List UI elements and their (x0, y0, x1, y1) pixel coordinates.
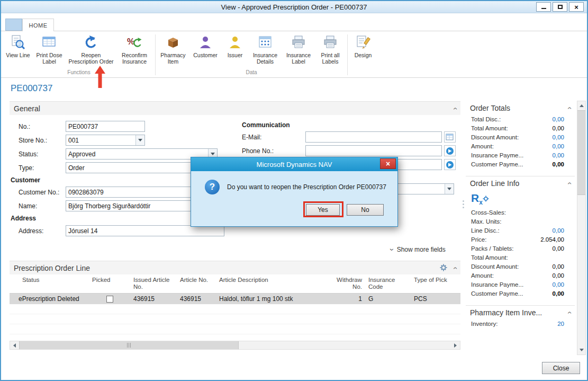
dialog-titlebar: Microsoft Dynamics NAV × (191, 157, 397, 171)
drilldown-value[interactable]: 0,00 (553, 116, 564, 122)
rx-icon: Rx (466, 190, 575, 208)
phone-no-field[interactable] (305, 145, 442, 156)
email-lookup-icon (446, 134, 454, 141)
column-header-type-of-pick[interactable]: Type of Pick (411, 276, 460, 293)
picked-checkbox[interactable] (106, 296, 113, 303)
cell-article-no: 436915 (177, 295, 216, 303)
insurance-label-button[interactable]: Insurance Label (282, 32, 315, 67)
reopen-prescription-order-button[interactable]: Reopen Prescription Order (67, 32, 115, 67)
scroll-down-button[interactable] (577, 345, 585, 355)
store-no-dropdown-arrow-icon[interactable] (135, 135, 144, 145)
empty-grid-row (10, 304, 460, 314)
customer-label: Customer (193, 52, 218, 58)
dialog-close-button[interactable]: × (380, 158, 396, 169)
drilldown-value[interactable]: 0,00 (553, 281, 564, 288)
annotation-arrow (95, 66, 105, 88)
view-line-button[interactable]: View Line (4, 32, 32, 60)
collapse-order-line-icon[interactable]: › (451, 267, 459, 269)
no-button[interactable]: No (347, 204, 384, 216)
cell-insurance-code: G (365, 295, 411, 303)
communication-assist-button-3[interactable] (444, 159, 456, 170)
insurance-details-icon (257, 34, 274, 50)
print-dose-label-button[interactable]: Print Dose Label (32, 32, 67, 67)
fasttab-order-line-header[interactable]: Prescription Order Line › (10, 261, 460, 274)
collapse-pharmacy-item-icon[interactable]: › (565, 312, 574, 314)
maximize-icon (558, 5, 563, 9)
drilldown-value[interactable]: 0,00 (553, 143, 564, 149)
reconfirm-insurance-button[interactable]: % Reconfirm Insurance (115, 32, 153, 67)
address-field[interactable] (66, 225, 224, 236)
close-icon: × (574, 4, 578, 11)
close-button[interactable]: Close (542, 362, 580, 374)
factbox-item: Line Disc.:0,00 (466, 226, 575, 235)
minimize-button[interactable] (536, 2, 551, 12)
ribbon-group-label-functions: Functions (4, 69, 153, 77)
drilldown-value[interactable]: 0,00 (553, 152, 564, 158)
show-more-fields-link[interactable]: › Show more fields (391, 245, 446, 254)
column-header-article-description[interactable]: Article Description (216, 276, 329, 293)
ribbon-separator (347, 34, 348, 75)
dialog-message: Do you want to reopen the Prescription O… (227, 180, 386, 191)
drilldown-value[interactable]: 0,00 (553, 134, 564, 140)
factbox-pharmacy-item-header[interactable]: Pharmacy Item Inve... › (466, 305, 575, 319)
factbox-order-line-info-header[interactable]: Order Line Info › (466, 176, 575, 190)
collapse-order-totals-icon[interactable]: › (565, 107, 574, 109)
collapse-general-icon[interactable]: › (451, 107, 459, 110)
email-assist-button[interactable] (444, 131, 456, 143)
store-no-dropdown[interactable]: 001 (66, 135, 145, 146)
vertical-scroll-thumb[interactable] (577, 110, 585, 195)
column-header-issued-article-no[interactable]: Issued Article No. (130, 276, 177, 293)
column-header-status[interactable]: Status (10, 276, 89, 293)
application-menu-button[interactable] (5, 19, 22, 31)
print-all-labels-button[interactable]: Print all Labels (315, 32, 346, 67)
factbox-pane: Order Totals › Total Disc.:0,00 Total Am… (466, 101, 575, 328)
factbox-item: Price:2.054,00 (466, 235, 575, 244)
drilldown-value[interactable]: 20 (557, 321, 564, 327)
factbox-order-totals-header[interactable]: Order Totals › (466, 101, 575, 114)
print-dose-label-icon (41, 34, 58, 50)
fasttab-general-header[interactable]: General › (10, 101, 460, 115)
phone-assist-button[interactable] (444, 145, 456, 156)
ribbon-tab-row: HOME (1, 13, 587, 31)
no-field[interactable] (66, 121, 145, 132)
column-header-picked[interactable]: Picked (89, 276, 130, 293)
email-field[interactable] (305, 131, 442, 143)
factbox-splitter[interactable] (462, 198, 465, 210)
design-button[interactable]: Design (349, 32, 377, 60)
column-header-article-no[interactable]: Article No. (177, 276, 216, 293)
yes-button[interactable]: Yes (306, 204, 340, 216)
column-header-insurance-code[interactable]: Insurance Code (365, 276, 411, 293)
horizontal-scroll-thumb[interactable] (19, 341, 239, 349)
question-icon: ? (205, 180, 220, 194)
communication-group-label: Communication (242, 121, 290, 129)
svg-text:%: % (127, 37, 134, 46)
maximize-button[interactable] (553, 2, 567, 12)
pharmacy-item-button[interactable]: Pharmacy Item (157, 32, 189, 67)
factbox-item: Amount:0,00 (466, 271, 575, 280)
issuer-button[interactable]: Issuer (222, 32, 248, 60)
scroll-right-button[interactable] (451, 341, 460, 349)
factbox-item: Insurance Payme...0,00 (466, 150, 575, 160)
customer-button[interactable]: Customer (189, 32, 222, 60)
dropdown-arrow-icon[interactable] (445, 184, 454, 194)
scroll-left-button[interactable] (10, 341, 19, 349)
no-label: No.: (19, 121, 30, 132)
scroll-up-button[interactable] (577, 101, 585, 110)
insurance-details-button[interactable]: Insurance Details (248, 32, 282, 67)
vertical-scrollbar[interactable] (577, 101, 586, 355)
insurance-label-label: Insurance Label (283, 52, 314, 65)
window-titlebar: View - Approved Prescription Order - PE0… (1, 1, 587, 13)
column-header-withdraw-no[interactable]: Withdraw No. (329, 276, 365, 293)
reconfirm-insurance-icon: % (126, 34, 143, 50)
fasttab-general-caption: General (14, 104, 40, 113)
factbox-item: Customer Payme...0,00 (466, 160, 575, 169)
horizontal-scrollbar[interactable] (10, 341, 460, 350)
table-row[interactable]: ePrescription Deleted 436915 436915 Hald… (10, 294, 460, 304)
grid-actions-gear-icon[interactable] (440, 263, 448, 273)
pharmacy-item-label: Pharmacy Item (158, 52, 188, 65)
collapse-order-line-info-icon[interactable]: › (565, 182, 574, 185)
close-window-button[interactable]: × (569, 2, 584, 12)
tab-home[interactable]: HOME (22, 19, 54, 31)
page-title: PE000737 (11, 83, 52, 94)
drilldown-value[interactable]: 0,00 (553, 227, 564, 234)
